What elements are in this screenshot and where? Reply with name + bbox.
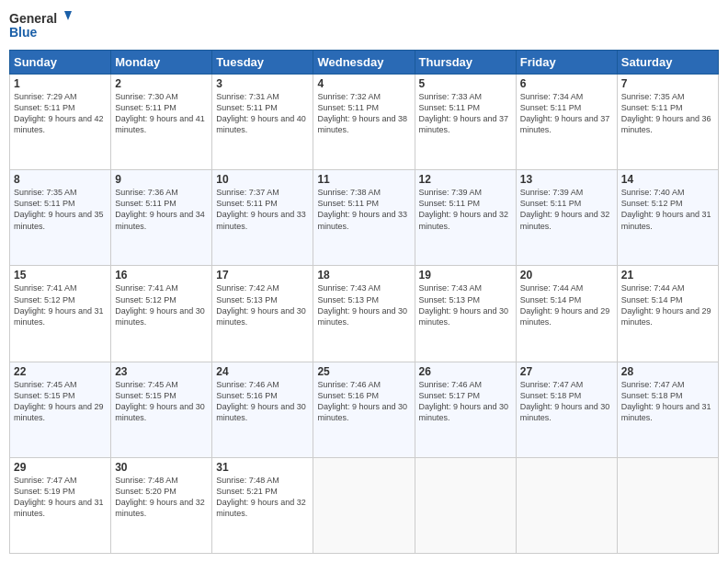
day-info: Sunrise: 7:44 AMSunset: 5:14 PMDaylight:…: [621, 283, 711, 326]
header-friday: Friday: [516, 51, 617, 75]
logo: General Blue: [9, 9, 74, 42]
day-info: Sunrise: 7:34 AMSunset: 5:11 PMDaylight:…: [520, 92, 610, 134]
calendar-cell: [313, 457, 415, 553]
calendar-cell: [516, 457, 617, 553]
calendar-cell: 26Sunrise: 7:46 AMSunset: 5:17 PMDayligh…: [415, 362, 516, 457]
day-number: 19: [419, 269, 512, 282]
svg-text:General: General: [9, 11, 57, 26]
day-info: Sunrise: 7:42 AMSunset: 5:13 PMDaylight:…: [216, 283, 306, 326]
day-number: 2: [115, 77, 208, 90]
day-number: 17: [216, 269, 309, 282]
day-number: 4: [317, 77, 410, 90]
day-number: 5: [419, 77, 512, 90]
header-saturday: Saturday: [617, 51, 718, 75]
calendar-cell: 16Sunrise: 7:41 AMSunset: 5:12 PMDayligh…: [111, 266, 212, 362]
day-number: 12: [419, 173, 512, 186]
day-number: 9: [115, 173, 208, 186]
day-number: 25: [317, 365, 410, 378]
day-number: 10: [216, 173, 309, 186]
day-info: Sunrise: 7:43 AMSunset: 5:13 PMDaylight:…: [419, 283, 509, 326]
calendar-cell: 2Sunrise: 7:30 AMSunset: 5:11 PMDaylight…: [111, 75, 212, 170]
calendar-cell: 22Sunrise: 7:45 AMSunset: 5:15 PMDayligh…: [10, 362, 111, 457]
day-info: Sunrise: 7:46 AMSunset: 5:16 PMDaylight:…: [216, 380, 306, 422]
day-info: Sunrise: 7:37 AMSunset: 5:11 PMDaylight:…: [216, 188, 306, 230]
calendar-cell: 17Sunrise: 7:42 AMSunset: 5:13 PMDayligh…: [212, 266, 313, 362]
calendar-week-4: 22Sunrise: 7:45 AMSunset: 5:15 PMDayligh…: [10, 362, 719, 457]
calendar-cell: 12Sunrise: 7:39 AMSunset: 5:11 PMDayligh…: [415, 170, 516, 266]
day-number: 15: [14, 269, 107, 282]
day-info: Sunrise: 7:47 AMSunset: 5:18 PMDaylight:…: [621, 380, 711, 422]
calendar-cell: 24Sunrise: 7:46 AMSunset: 5:16 PMDayligh…: [212, 362, 313, 457]
svg-text:Blue: Blue: [9, 25, 38, 40]
page-header: General Blue: [9, 9, 719, 42]
day-number: 13: [520, 173, 613, 186]
calendar-week-2: 8Sunrise: 7:35 AMSunset: 5:11 PMDaylight…: [10, 170, 719, 266]
day-info: Sunrise: 7:31 AMSunset: 5:11 PMDaylight:…: [216, 92, 306, 134]
day-info: Sunrise: 7:48 AMSunset: 5:21 PMDaylight:…: [216, 476, 306, 518]
day-number: 6: [520, 77, 613, 90]
calendar-cell: 29Sunrise: 7:47 AMSunset: 5:19 PMDayligh…: [10, 457, 111, 553]
calendar-cell: 21Sunrise: 7:44 AMSunset: 5:14 PMDayligh…: [617, 266, 718, 362]
day-info: Sunrise: 7:45 AMSunset: 5:15 PMDaylight:…: [115, 380, 205, 422]
day-number: 23: [115, 365, 208, 378]
calendar-week-5: 29Sunrise: 7:47 AMSunset: 5:19 PMDayligh…: [10, 457, 719, 553]
day-number: 22: [14, 365, 107, 378]
day-info: Sunrise: 7:41 AMSunset: 5:12 PMDaylight:…: [115, 283, 205, 326]
day-info: Sunrise: 7:36 AMSunset: 5:11 PMDaylight:…: [115, 188, 205, 230]
calendar-cell: 4Sunrise: 7:32 AMSunset: 5:11 PMDaylight…: [313, 75, 415, 170]
day-number: 24: [216, 365, 309, 378]
day-number: 21: [621, 269, 714, 282]
calendar-cell: 15Sunrise: 7:41 AMSunset: 5:12 PMDayligh…: [10, 266, 111, 362]
svg-marker-2: [64, 11, 72, 20]
calendar-week-1: 1Sunrise: 7:29 AMSunset: 5:11 PMDaylight…: [10, 75, 719, 170]
day-info: Sunrise: 7:33 AMSunset: 5:11 PMDaylight:…: [419, 92, 509, 134]
header-thursday: Thursday: [415, 51, 516, 75]
day-info: Sunrise: 7:47 AMSunset: 5:18 PMDaylight:…: [520, 380, 610, 422]
calendar-cell: 1Sunrise: 7:29 AMSunset: 5:11 PMDaylight…: [10, 75, 111, 170]
calendar-cell: 25Sunrise: 7:46 AMSunset: 5:16 PMDayligh…: [313, 362, 415, 457]
calendar-cell: 19Sunrise: 7:43 AMSunset: 5:13 PMDayligh…: [415, 266, 516, 362]
calendar-cell: 20Sunrise: 7:44 AMSunset: 5:14 PMDayligh…: [516, 266, 617, 362]
calendar-cell: 6Sunrise: 7:34 AMSunset: 5:11 PMDaylight…: [516, 75, 617, 170]
day-info: Sunrise: 7:35 AMSunset: 5:11 PMDaylight:…: [14, 188, 104, 230]
day-number: 30: [115, 461, 208, 474]
day-number: 11: [317, 173, 410, 186]
day-info: Sunrise: 7:38 AMSunset: 5:11 PMDaylight:…: [317, 188, 407, 230]
calendar-cell: 13Sunrise: 7:39 AMSunset: 5:11 PMDayligh…: [516, 170, 617, 266]
calendar-cell: [415, 457, 516, 553]
day-number: 16: [115, 269, 208, 282]
day-info: Sunrise: 7:29 AMSunset: 5:11 PMDaylight:…: [14, 92, 104, 134]
day-number: 1: [14, 77, 107, 90]
calendar-cell: 14Sunrise: 7:40 AMSunset: 5:12 PMDayligh…: [617, 170, 718, 266]
day-number: 31: [216, 461, 309, 474]
header-wednesday: Wednesday: [313, 51, 415, 75]
calendar-cell: 11Sunrise: 7:38 AMSunset: 5:11 PMDayligh…: [313, 170, 415, 266]
calendar-cell: [617, 457, 718, 553]
logo-svg: General Blue: [9, 9, 74, 42]
header-tuesday: Tuesday: [212, 51, 313, 75]
day-number: 14: [621, 173, 714, 186]
day-info: Sunrise: 7:47 AMSunset: 5:19 PMDaylight:…: [14, 476, 104, 518]
calendar-cell: 10Sunrise: 7:37 AMSunset: 5:11 PMDayligh…: [212, 170, 313, 266]
day-info: Sunrise: 7:41 AMSunset: 5:12 PMDaylight:…: [14, 283, 104, 326]
day-info: Sunrise: 7:48 AMSunset: 5:20 PMDaylight:…: [115, 476, 205, 518]
day-info: Sunrise: 7:32 AMSunset: 5:11 PMDaylight:…: [317, 92, 407, 134]
day-info: Sunrise: 7:40 AMSunset: 5:12 PMDaylight:…: [621, 188, 711, 230]
day-number: 28: [621, 365, 714, 378]
day-info: Sunrise: 7:30 AMSunset: 5:11 PMDaylight:…: [115, 92, 205, 134]
day-info: Sunrise: 7:46 AMSunset: 5:16 PMDaylight:…: [317, 380, 407, 422]
day-number: 3: [216, 77, 309, 90]
day-number: 18: [317, 269, 410, 282]
header-sunday: Sunday: [10, 51, 111, 75]
calendar-cell: 3Sunrise: 7:31 AMSunset: 5:11 PMDaylight…: [212, 75, 313, 170]
day-number: 7: [621, 77, 714, 90]
calendar-cell: 8Sunrise: 7:35 AMSunset: 5:11 PMDaylight…: [10, 170, 111, 266]
calendar-header-row: SundayMondayTuesdayWednesdayThursdayFrid…: [10, 51, 719, 75]
calendar-table: SundayMondayTuesdayWednesdayThursdayFrid…: [9, 50, 719, 554]
day-info: Sunrise: 7:44 AMSunset: 5:14 PMDaylight:…: [520, 283, 610, 326]
calendar-week-3: 15Sunrise: 7:41 AMSunset: 5:12 PMDayligh…: [10, 266, 719, 362]
calendar-body: 1Sunrise: 7:29 AMSunset: 5:11 PMDaylight…: [10, 75, 719, 554]
calendar-cell: 31Sunrise: 7:48 AMSunset: 5:21 PMDayligh…: [212, 457, 313, 553]
calendar-cell: 23Sunrise: 7:45 AMSunset: 5:15 PMDayligh…: [111, 362, 212, 457]
calendar-cell: 18Sunrise: 7:43 AMSunset: 5:13 PMDayligh…: [313, 266, 415, 362]
